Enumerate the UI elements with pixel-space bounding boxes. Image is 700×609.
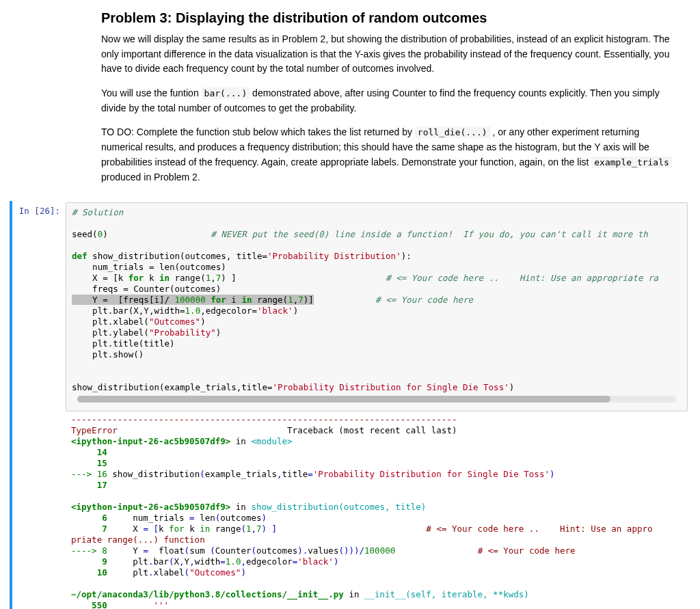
- text: You will use the funtion: [101, 87, 202, 98]
- markdown-cell: Problem 3: Displaying the distribution o…: [96, 0, 686, 198]
- text: produced in Problem 2.: [101, 172, 200, 182]
- paragraph-3: TO DO: Complete the function stub below …: [101, 125, 681, 185]
- cell-output: ----------------------------------------…: [66, 414, 688, 609]
- source-code[interactable]: # Solution seed(0) # NEVER put the seed(…: [72, 207, 682, 393]
- prompt: In [26]:: [12, 201, 63, 220]
- notebook-page: Problem 3: Displaying the distribution o…: [0, 0, 700, 609]
- traceback: ----------------------------------------…: [71, 414, 682, 609]
- inline-code-rolldie: roll_die(...): [415, 126, 490, 138]
- code-cell: In [26]: # Solution seed(0) # NEVER put …: [10, 201, 690, 609]
- paragraph-1: Now we will display the same results as …: [101, 32, 681, 77]
- paragraph-2: You will use the funtion bar(...) demons…: [101, 86, 681, 116]
- inline-code-example: example_trials: [591, 157, 672, 168]
- inline-code-bar: bar(...): [202, 87, 250, 99]
- text: TO DO: Complete the function stub below …: [101, 126, 415, 137]
- problem-heading: Problem 3: Displaying the distribution o…: [101, 8, 681, 28]
- scrollbar-thumb[interactable]: [77, 396, 610, 403]
- code-input[interactable]: # Solution seed(0) # NEVER put the seed(…: [66, 202, 688, 411]
- horizontal-scrollbar[interactable]: [77, 396, 676, 403]
